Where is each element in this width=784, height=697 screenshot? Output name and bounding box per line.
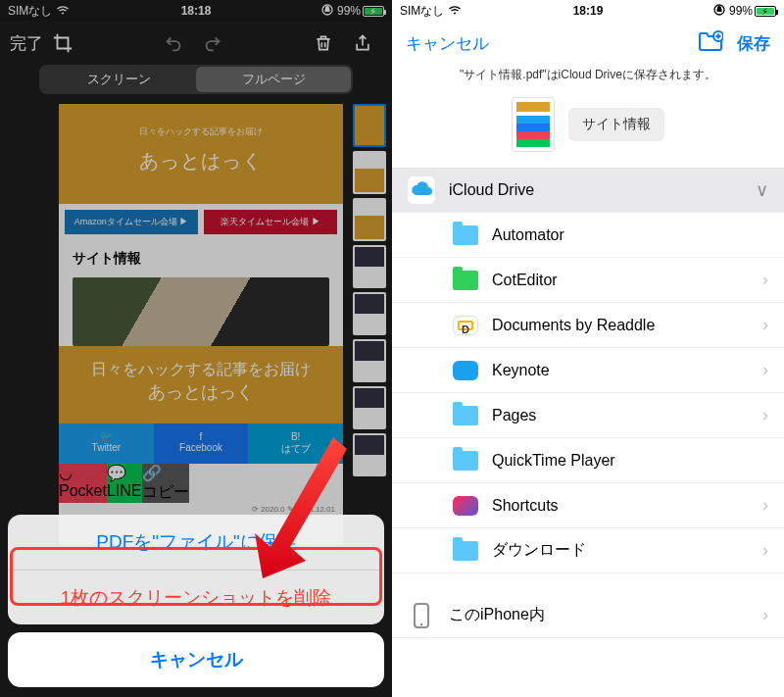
row-label: ダウンロード xyxy=(492,540,762,561)
row-label: Automator xyxy=(492,226,768,244)
clock: 18:19 xyxy=(573,4,604,18)
chevron-right-icon: › xyxy=(762,605,768,625)
new-folder-icon[interactable] xyxy=(698,30,723,57)
folder-icon xyxy=(453,451,478,471)
cancel-button[interactable]: キャンセル xyxy=(406,32,489,55)
row-label: Documents by Readdle xyxy=(492,317,762,334)
row-label: QuickTime Player xyxy=(492,452,768,470)
chevron-right-icon: › xyxy=(762,405,768,425)
row-downloads[interactable]: ダウンロード › xyxy=(392,528,784,573)
row-label: iCloud Drive xyxy=(449,181,756,199)
folder-icon xyxy=(453,225,478,245)
chevron-down-icon: ∨ xyxy=(756,179,768,201)
annotation-arrow-icon xyxy=(225,431,353,588)
wifi-icon xyxy=(448,4,462,18)
row-quicktime[interactable]: QuickTime Player xyxy=(392,438,784,483)
folder-icon xyxy=(453,541,478,561)
chevron-right-icon: › xyxy=(762,540,768,561)
orientation-lock-icon xyxy=(713,4,725,19)
row-label: Pages xyxy=(492,407,762,424)
nav-bar: キャンセル 保存 xyxy=(392,22,784,65)
row-coteditor[interactable]: CotEditor › xyxy=(392,258,784,303)
row-pages[interactable]: Pages › xyxy=(392,393,784,438)
right-files-save-dialog: SIMなし 18:19 99% ⚡︎ キャンセル 保存 xyxy=(392,0,784,697)
row-icloud-drive[interactable]: iCloud Drive ∨ xyxy=(392,168,784,213)
battery-indicator: 99% ⚡︎ xyxy=(729,4,776,18)
row-keynote[interactable]: Keynote › xyxy=(392,348,784,393)
status-bar: SIMなし 18:19 99% ⚡︎ xyxy=(392,0,784,22)
chevron-right-icon: › xyxy=(762,360,768,380)
row-automator[interactable]: Automator xyxy=(392,213,784,258)
left-screenshot-editor: SIMなし 18:18 99% ⚡︎ 完了 xyxy=(0,0,392,697)
icloud-icon xyxy=(408,176,435,204)
file-header: サイト情報 xyxy=(392,93,784,168)
row-documents[interactable]: D Documents by Readdle › xyxy=(392,303,784,348)
app-icon-documents: D xyxy=(453,316,478,335)
app-icon-keynote xyxy=(453,361,478,380)
folder-icon xyxy=(453,406,478,425)
chevron-right-icon: › xyxy=(762,315,768,335)
svg-point-5 xyxy=(420,622,423,625)
folder-icon xyxy=(453,271,478,290)
row-label: このiPhone内 xyxy=(449,605,762,625)
save-button[interactable]: 保存 xyxy=(737,32,770,55)
iphone-icon xyxy=(408,602,435,629)
row-label: Keynote xyxy=(492,362,762,379)
row-shortcuts[interactable]: Shortcuts › xyxy=(392,483,784,528)
app-icon-shortcuts xyxy=(453,496,478,516)
carrier-label: SIMなし xyxy=(400,3,444,20)
row-label: CotEditor xyxy=(492,272,762,289)
location-list: iCloud Drive ∨ Automator CotEditor › D D… xyxy=(392,168,784,638)
row-label: Shortcuts xyxy=(492,497,762,515)
row-on-my-iphone[interactable]: このiPhone内 › xyxy=(392,593,784,638)
filename-field[interactable]: サイト情報 xyxy=(568,108,664,141)
cancel-button[interactable]: キャンセル xyxy=(8,632,384,687)
save-location-message: "サイト情報.pdf"はiCloud Driveに保存されます。 xyxy=(392,65,784,93)
chevron-right-icon: › xyxy=(762,270,768,290)
chevron-right-icon: › xyxy=(762,495,768,516)
file-thumbnail xyxy=(512,97,555,152)
